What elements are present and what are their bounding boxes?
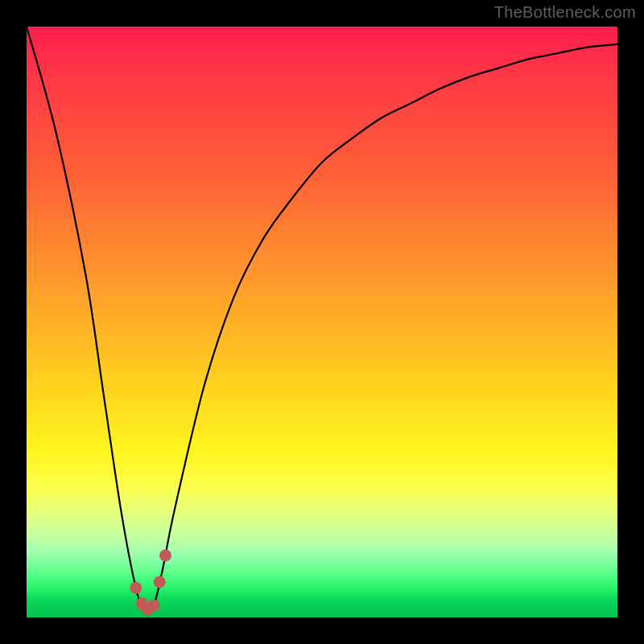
minimum-marker-dot bbox=[130, 582, 142, 594]
chart-frame: TheBottleneck.com bbox=[0, 0, 644, 644]
minimum-marker-dot bbox=[147, 600, 159, 612]
bottleneck-curve bbox=[27, 27, 617, 617]
curve-line bbox=[27, 27, 617, 613]
minimum-marker-cluster bbox=[130, 549, 171, 615]
watermark-text: TheBottleneck.com bbox=[494, 3, 636, 22]
minimum-marker-dot bbox=[154, 576, 166, 588]
plot-area bbox=[27, 27, 617, 617]
minimum-marker-dot bbox=[159, 549, 171, 561]
